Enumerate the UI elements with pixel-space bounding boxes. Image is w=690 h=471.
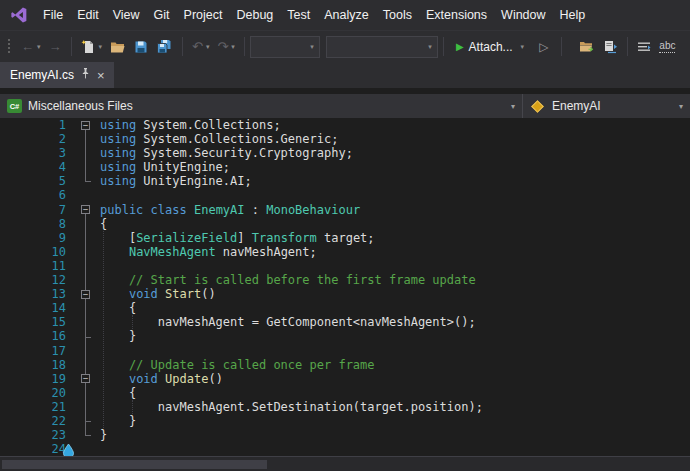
member-selector[interactable]: EnemyAI ▾	[522, 94, 690, 118]
play-outline-icon: ▷	[535, 41, 552, 53]
code-line-2[interactable]: 2using System.Collections.Generic;	[0, 132, 690, 146]
save-button[interactable]	[130, 35, 152, 59]
new-file-button[interactable]: ▾	[77, 35, 107, 59]
collapse-button[interactable]: −	[81, 290, 90, 299]
open-file-button[interactable]	[106, 35, 130, 59]
close-icon[interactable]: ×	[97, 69, 105, 82]
back-arrow-icon: ←	[21, 40, 34, 53]
horizontal-scrollbar-thumb[interactable]	[2, 460, 267, 469]
toolbar-combobox-1[interactable]: ▾	[250, 36, 320, 58]
menu-analyze[interactable]: Analyze	[317, 0, 375, 30]
fold-margin	[70, 315, 98, 329]
menu-file[interactable]: File	[36, 0, 70, 30]
menu-debug[interactable]: Debug	[229, 0, 280, 30]
code-line-19[interactable]: 19− void Update()	[0, 372, 690, 386]
code-line-21[interactable]: 21 navMeshAgent.SetDestination(target.po…	[0, 400, 690, 414]
code-line-24[interactable]: 24	[0, 442, 690, 456]
outline-button[interactable]	[633, 35, 655, 59]
menu-tools[interactable]: Tools	[376, 0, 419, 30]
code-editor[interactable]: 1−using System.Collections;2using System…	[0, 118, 690, 456]
code-line-23[interactable]: 23}	[0, 428, 690, 442]
collapse-button[interactable]: −	[81, 121, 90, 130]
menu-git[interactable]: Git	[147, 0, 177, 30]
abc-button[interactable]: abc	[655, 35, 679, 59]
code-line-15[interactable]: 15 navMeshAgent = GetComponent<navMeshAg…	[0, 315, 690, 329]
mouse-cursor-icon	[63, 444, 74, 456]
line-number: 1	[0, 118, 70, 132]
undo-button[interactable]: ↶ ▾	[188, 35, 213, 59]
code-text	[98, 344, 100, 358]
toolbar: ← ▾ → ▾ ↶ ▾ ↷ ▾ ▾	[0, 30, 690, 62]
fold-margin	[70, 301, 98, 315]
menu-window[interactable]: Window	[494, 0, 552, 30]
code-line-3[interactable]: 3using System.Security.Cryptography;	[0, 146, 690, 160]
fold-margin	[70, 160, 98, 174]
code-line-4[interactable]: 4using UnityEngine;	[0, 160, 690, 174]
line-number: 7	[0, 203, 70, 217]
redo-button[interactable]: ↷ ▾	[213, 35, 238, 59]
code-line-8[interactable]: 8{	[0, 217, 690, 231]
start-without-debugging-button[interactable]: ▷	[531, 35, 556, 59]
code-line-1[interactable]: 1−using System.Collections;	[0, 118, 690, 132]
horizontal-scrollbar[interactable]	[0, 456, 690, 471]
code-line-11[interactable]: 11	[0, 259, 690, 273]
navigation-bar: C# Miscellaneous Files ▾ EnemyAI ▾	[0, 94, 690, 118]
code-line-18[interactable]: 18 // Update is called once per frame	[0, 358, 690, 372]
menu-bar: FileEditViewGitProjectDebugTestAnalyzeTo…	[0, 0, 690, 30]
toolbar-separator	[627, 37, 628, 56]
navigate-forward-button[interactable]: →	[45, 35, 66, 59]
code-text: using UnityEngine.AI;	[98, 174, 252, 188]
code-text: {	[98, 386, 136, 400]
code-text: void Start()	[98, 287, 216, 301]
menu-extensions[interactable]: Extensions	[419, 0, 494, 30]
code-line-17[interactable]: 17	[0, 344, 690, 358]
fold-margin	[70, 188, 98, 202]
code-text	[98, 259, 100, 273]
line-number: 20	[0, 386, 70, 400]
code-line-7[interactable]: 7−public class EnemyAI : MonoBehaviour	[0, 203, 690, 217]
line-number: 19	[0, 372, 70, 386]
attach-debugger-button[interactable]: ▶ Attach... ▾	[449, 35, 531, 59]
toolbar-combobox-2[interactable]: ▾	[326, 36, 438, 58]
member-selector-label: EnemyAI	[552, 99, 601, 113]
menu-project[interactable]: Project	[177, 0, 230, 30]
line-number: 2	[0, 132, 70, 146]
menu-help[interactable]: Help	[553, 0, 593, 30]
code-text: using System.Collections.Generic;	[98, 132, 338, 146]
navigate-back-button[interactable]: ← ▾	[17, 35, 45, 59]
menu-edit[interactable]: Edit	[70, 0, 106, 30]
code-line-20[interactable]: 20 {	[0, 386, 690, 400]
menu-view[interactable]: View	[106, 0, 147, 30]
menu-test[interactable]: Test	[280, 0, 317, 30]
collapse-button[interactable]: −	[81, 374, 90, 383]
code-line-10[interactable]: 10 NavMeshAgent navMeshAgent;	[0, 245, 690, 259]
save-all-button[interactable]	[152, 35, 177, 59]
code-line-13[interactable]: 13− void Start()	[0, 287, 690, 301]
code-line-12[interactable]: 12 // Start is called before the first f…	[0, 273, 690, 287]
chevron-down-icon: ▾	[511, 102, 515, 111]
fold-margin	[70, 344, 98, 358]
code-line-14[interactable]: 14 {	[0, 301, 690, 315]
code-text: using System.Security.Cryptography;	[98, 146, 353, 160]
code-line-5[interactable]: 5using UnityEngine.AI;	[0, 174, 690, 188]
code-line-6[interactable]: 6	[0, 188, 690, 202]
line-number: 4	[0, 160, 70, 174]
code-line-22[interactable]: 22 }	[0, 414, 690, 428]
line-number: 16	[0, 329, 70, 343]
code-line-9[interactable]: 9 [SerializeField] Transform target;	[0, 231, 690, 245]
code-text	[98, 442, 100, 456]
save-icon	[134, 40, 148, 54]
line-number: 17	[0, 344, 70, 358]
fold-margin	[70, 400, 98, 414]
code-line-16[interactable]: 16 }	[0, 329, 690, 343]
toolbar-separator	[182, 37, 183, 56]
project-selector[interactable]: C# Miscellaneous Files ▾	[0, 94, 522, 118]
pin-icon[interactable]	[81, 68, 90, 82]
folder-navigate-button[interactable]	[575, 35, 599, 59]
collapse-button[interactable]: −	[81, 205, 90, 214]
toolbar-drag-handle[interactable]	[7, 39, 11, 55]
tab-enemyai[interactable]: EnemyAI.cs ×	[0, 62, 114, 88]
code-text: [SerializeField] Transform target;	[98, 231, 375, 245]
sync-document-button[interactable]	[599, 35, 622, 59]
line-number: 12	[0, 273, 70, 287]
